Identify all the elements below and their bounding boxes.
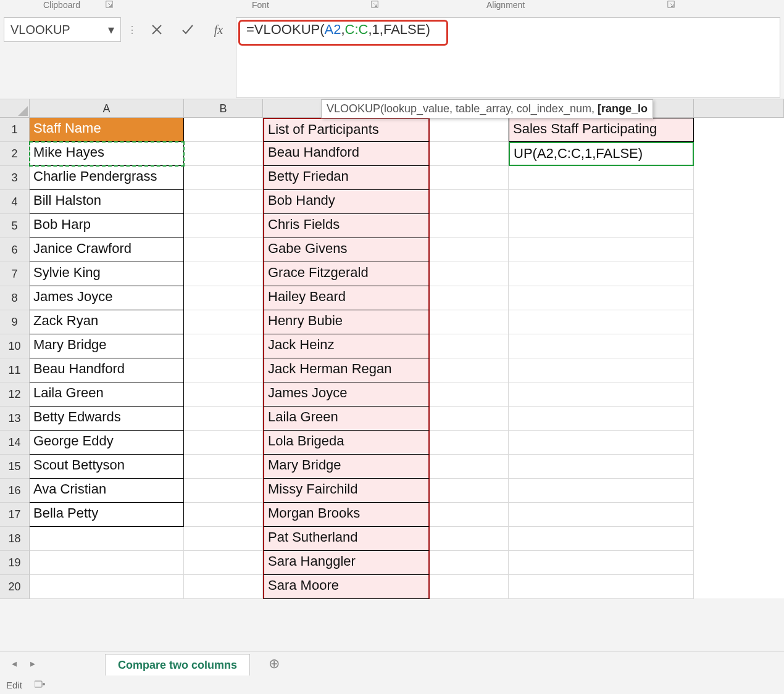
- cell-C19[interactable]: Sara Hanggler: [263, 551, 430, 575]
- dialog-launcher-icon[interactable]: [105, 0, 114, 10]
- cell-C10[interactable]: Jack Heinz: [263, 334, 430, 358]
- dialog-launcher-icon[interactable]: [370, 0, 379, 10]
- row-header-14[interactable]: 14: [0, 431, 30, 455]
- cell-B14[interactable]: [184, 431, 263, 455]
- cell-A13[interactable]: Betty Edwards: [30, 407, 184, 431]
- tab-prev-button[interactable]: ◂: [6, 656, 22, 672]
- row-header-4[interactable]: 4: [0, 190, 30, 214]
- cell-D2[interactable]: [430, 142, 509, 166]
- cell-C1[interactable]: List of Participants: [263, 118, 430, 142]
- cell-C6[interactable]: Gabe Givens: [263, 238, 430, 262]
- cell-D15[interactable]: [430, 455, 509, 479]
- cell-E6[interactable]: [509, 238, 694, 262]
- cell-C20[interactable]: Sara Moore: [263, 575, 430, 599]
- macro-record-icon[interactable]: [35, 680, 46, 690]
- cell-B2[interactable]: [184, 142, 263, 166]
- cell-A9[interactable]: Zack Ryan: [30, 310, 184, 334]
- row-header-18[interactable]: 18: [0, 527, 30, 551]
- cell-A1[interactable]: Staff Name: [30, 118, 184, 142]
- cell-A14[interactable]: George Eddy: [30, 431, 184, 455]
- row-header-20[interactable]: 20: [0, 575, 30, 599]
- cell-B13[interactable]: [184, 407, 263, 431]
- cell-B1[interactable]: [184, 118, 263, 142]
- cell-D16[interactable]: [430, 479, 509, 503]
- cell-B6[interactable]: [184, 238, 263, 262]
- row-header-5[interactable]: 5: [0, 214, 30, 238]
- cell-A20[interactable]: [30, 575, 184, 599]
- name-box[interactable]: VLOOKUP ▾: [4, 17, 121, 42]
- cell-E11[interactable]: [509, 358, 694, 382]
- cell-E3[interactable]: [509, 166, 694, 190]
- cell-D1[interactable]: [430, 118, 509, 142]
- cell-B10[interactable]: [184, 334, 263, 358]
- cell-A5[interactable]: Bob Harp: [30, 214, 184, 238]
- cell-C16[interactable]: Missy Fairchild: [263, 479, 430, 503]
- cell-B15[interactable]: [184, 455, 263, 479]
- sheet-tab-active[interactable]: Compare two columns: [105, 654, 250, 676]
- cell-C7[interactable]: Grace Fitzgerald: [263, 262, 430, 286]
- add-sheet-button[interactable]: ⊕: [265, 655, 283, 673]
- cell-D3[interactable]: [430, 166, 509, 190]
- cell-C8[interactable]: Hailey Beard: [263, 286, 430, 310]
- row-header-16[interactable]: 16: [0, 479, 30, 503]
- cells-area[interactable]: Staff NameMike HayesCharlie PendergrassB…: [30, 118, 784, 598]
- cancel-formula-button[interactable]: [143, 17, 170, 42]
- cell-B18[interactable]: [184, 527, 263, 551]
- tab-next-button[interactable]: ▸: [25, 656, 41, 672]
- cell-A8[interactable]: James Joyce: [30, 286, 184, 310]
- cell-B8[interactable]: [184, 286, 263, 310]
- cell-A2[interactable]: Mike Hayes: [30, 142, 184, 166]
- cell-E12[interactable]: [509, 382, 694, 407]
- row-header-3[interactable]: 3: [0, 166, 30, 190]
- dialog-launcher-icon[interactable]: [667, 0, 675, 10]
- cell-A17[interactable]: Bella Petty: [30, 503, 184, 527]
- cell-B12[interactable]: [184, 382, 263, 407]
- cell-E13[interactable]: [509, 407, 694, 431]
- cell-A12[interactable]: Laila Green: [30, 382, 184, 407]
- cell-B19[interactable]: [184, 551, 263, 575]
- cell-D4[interactable]: [430, 190, 509, 214]
- cell-B9[interactable]: [184, 310, 263, 334]
- cell-B11[interactable]: [184, 358, 263, 382]
- cell-E16[interactable]: [509, 479, 694, 503]
- row-header-19[interactable]: 19: [0, 551, 30, 575]
- cell-B20[interactable]: [184, 575, 263, 599]
- cell-D10[interactable]: [430, 334, 509, 358]
- fx-icon[interactable]: fx: [205, 17, 232, 42]
- cell-D7[interactable]: [430, 262, 509, 286]
- cell-E8[interactable]: [509, 286, 694, 310]
- cell-A4[interactable]: Bill Halston: [30, 190, 184, 214]
- cell-E20[interactable]: [509, 575, 694, 599]
- cell-C11[interactable]: Jack Herman Regan: [263, 358, 430, 382]
- cell-B7[interactable]: [184, 262, 263, 286]
- cell-C4[interactable]: Bob Handy: [263, 190, 430, 214]
- cell-D17[interactable]: [430, 503, 509, 527]
- cell-A19[interactable]: [30, 551, 184, 575]
- cell-E4[interactable]: [509, 190, 694, 214]
- cell-D9[interactable]: [430, 310, 509, 334]
- cell-E19[interactable]: [509, 551, 694, 575]
- cell-B4[interactable]: [184, 190, 263, 214]
- formula-input[interactable]: =VLOOKUP(A2,C:C,1,FALSE): [236, 17, 780, 97]
- cell-E18[interactable]: [509, 527, 694, 551]
- cell-D6[interactable]: [430, 238, 509, 262]
- row-header-1[interactable]: 1: [0, 118, 30, 142]
- row-header-17[interactable]: 17: [0, 503, 30, 527]
- cell-E10[interactable]: [509, 334, 694, 358]
- cell-D20[interactable]: [430, 575, 509, 599]
- select-all-corner[interactable]: [0, 99, 30, 118]
- cell-D5[interactable]: [430, 214, 509, 238]
- cell-A15[interactable]: Scout Bettyson: [30, 455, 184, 479]
- cell-C2[interactable]: Beau Handford: [263, 142, 430, 166]
- row-header-9[interactable]: 9: [0, 310, 30, 334]
- row-header-15[interactable]: 15: [0, 455, 30, 479]
- cell-C18[interactable]: Pat Sutherland: [263, 527, 430, 551]
- accept-formula-button[interactable]: [174, 17, 201, 42]
- cell-E5[interactable]: [509, 214, 694, 238]
- col-header-B[interactable]: B: [184, 99, 263, 118]
- cell-C5[interactable]: Chris Fields: [263, 214, 430, 238]
- cell-C15[interactable]: Mary Bridge: [263, 455, 430, 479]
- cell-A7[interactable]: Sylvie King: [30, 262, 184, 286]
- cell-A3[interactable]: Charlie Pendergrass: [30, 166, 184, 190]
- cell-E9[interactable]: [509, 310, 694, 334]
